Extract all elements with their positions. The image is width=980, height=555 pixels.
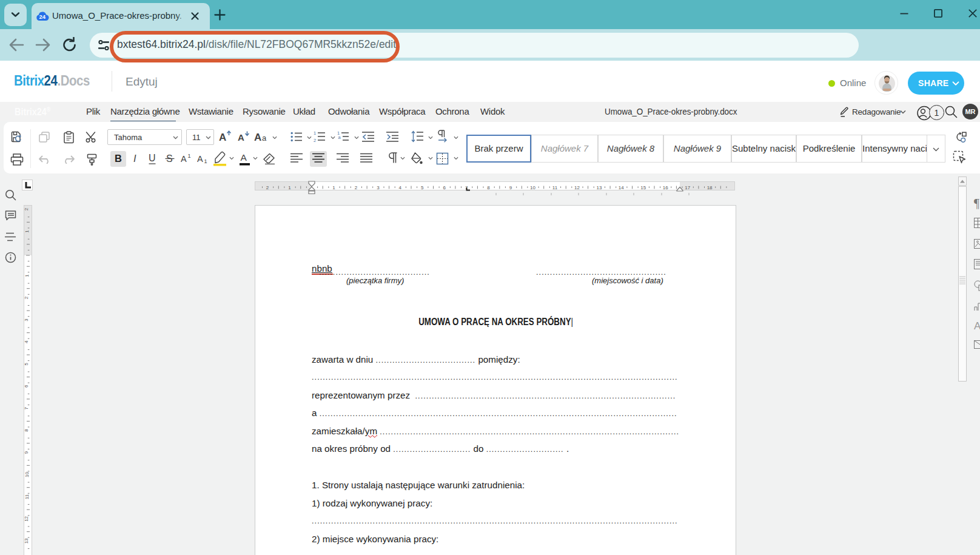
svg-text:2: 2 bbox=[355, 185, 358, 190]
svg-text:a: a bbox=[262, 133, 267, 143]
svg-text:7: 7 bbox=[24, 406, 30, 409]
svg-text:4: 4 bbox=[399, 185, 402, 190]
svg-text:A: A bbox=[219, 132, 226, 143]
svg-text:9: 9 bbox=[509, 185, 512, 190]
svg-text:15: 15 bbox=[640, 185, 646, 190]
svg-text:I: I bbox=[133, 153, 136, 164]
svg-text:1: 1 bbox=[24, 274, 30, 277]
svg-text:6: 6 bbox=[443, 185, 446, 190]
svg-text:12: 12 bbox=[24, 516, 30, 521]
svg-text:9: 9 bbox=[24, 451, 30, 454]
svg-text:2: 2 bbox=[314, 138, 316, 143]
svg-text:A: A bbox=[238, 132, 244, 143]
svg-text:8: 8 bbox=[487, 185, 490, 190]
svg-text:1: 1 bbox=[204, 158, 207, 164]
svg-text:1: 1 bbox=[188, 153, 191, 159]
svg-text:5: 5 bbox=[24, 362, 30, 365]
svg-text:1: 1 bbox=[288, 185, 291, 190]
svg-text:A: A bbox=[181, 154, 187, 164]
svg-text:A: A bbox=[254, 132, 261, 143]
svg-text:A: A bbox=[241, 152, 247, 163]
svg-text:16: 16 bbox=[663, 185, 668, 190]
svg-text:6: 6 bbox=[24, 385, 30, 388]
svg-text:3: 3 bbox=[377, 185, 380, 190]
svg-text:1: 1 bbox=[332, 185, 335, 190]
svg-text:11: 11 bbox=[24, 494, 30, 499]
svg-text:24: 24 bbox=[39, 13, 46, 20]
svg-text:3: 3 bbox=[24, 318, 30, 321]
svg-text:2: 2 bbox=[24, 207, 30, 210]
svg-text:10: 10 bbox=[24, 472, 30, 477]
svg-text:2: 2 bbox=[266, 185, 269, 190]
svg-text:2: 2 bbox=[24, 296, 30, 299]
svg-text:14: 14 bbox=[619, 185, 624, 190]
svg-text:8: 8 bbox=[24, 429, 30, 432]
svg-text:18: 18 bbox=[707, 185, 713, 190]
svg-text:4: 4 bbox=[24, 340, 30, 343]
svg-text:10: 10 bbox=[530, 185, 535, 190]
svg-text:U: U bbox=[149, 153, 156, 163]
svg-text:12: 12 bbox=[574, 185, 580, 190]
svg-text:A: A bbox=[197, 154, 203, 164]
svg-text:a: a bbox=[338, 135, 341, 140]
svg-text:17: 17 bbox=[685, 185, 690, 190]
svg-text:5: 5 bbox=[421, 185, 424, 190]
svg-text:1: 1 bbox=[314, 130, 316, 136]
svg-text:11: 11 bbox=[552, 185, 558, 190]
svg-text:B: B bbox=[115, 153, 122, 164]
svg-text:13: 13 bbox=[596, 185, 602, 190]
svg-text:13: 13 bbox=[24, 538, 30, 543]
svg-text:1: 1 bbox=[24, 230, 30, 233]
